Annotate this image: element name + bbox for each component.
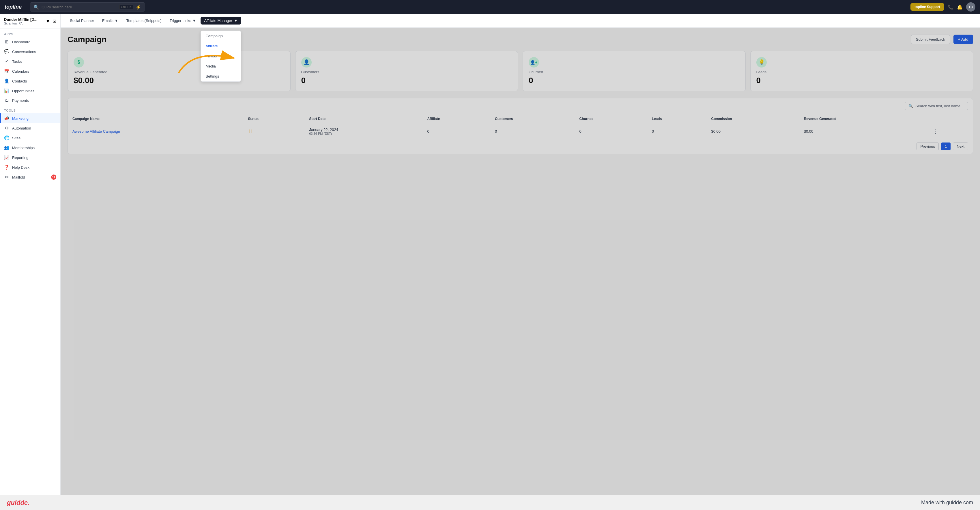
workspace-selector[interactable]: Dunder Mifflin [D... Scranton, PA ▼ ⊡ xyxy=(0,14,60,29)
affiliate-manager-dropdown-wrapper: Affiliate Manager ▼ Campaign Affiliate P… xyxy=(200,17,241,24)
dashboard-icon: ⊞ xyxy=(4,39,9,44)
sidebar-item-label: Conversations xyxy=(12,49,36,54)
sidebar-item-label: Reporting xyxy=(12,156,28,160)
guidde-tagline: Made with guidde.com xyxy=(921,500,973,506)
sidebar-item-helpdesk[interactable]: ❓ Help Desk xyxy=(0,162,60,172)
page-overlay xyxy=(60,28,980,495)
dropdown-item-affiliate[interactable]: Affiliate xyxy=(201,41,241,51)
affiliate-manager-dropdown-menu: Campaign Affiliate Payout Media Settings xyxy=(200,30,241,82)
sub-navigation: Social Planner Emails ▼ Templates (Snipp… xyxy=(60,14,980,28)
mailfold-badge: 11 xyxy=(51,175,56,180)
sidebar-item-label: Mailfold xyxy=(12,175,25,180)
guidde-footer: guidde. Made with guidde.com xyxy=(0,495,980,510)
sidebar-item-calendars[interactable]: 📅 Calendars xyxy=(0,66,60,76)
sidebar-item-dashboard[interactable]: ⊞ Dashboard xyxy=(0,37,60,47)
avatar[interactable]: TU xyxy=(966,2,975,11)
sidebar-item-sites[interactable]: 🌐 Sites xyxy=(0,133,60,143)
page-content: Campaign Submit Feedback + Add $ Revenue… xyxy=(60,28,980,495)
sidebar-item-label: Payments xyxy=(12,99,29,103)
sidebar-item-label: Opportunities xyxy=(12,89,34,93)
support-button[interactable]: topline Support xyxy=(910,3,944,11)
opportunities-icon: 📊 xyxy=(4,88,9,94)
affiliate-manager-chevron-icon: ▼ xyxy=(234,19,238,23)
bell-icon[interactable]: 🔔 xyxy=(957,4,963,10)
topnav-right: topline Support 📞 🔔 TU xyxy=(910,2,975,11)
affiliate-manager-label: Affiliate Manager xyxy=(204,19,232,23)
tools-section-label: Tools xyxy=(0,105,60,113)
subnav-templates[interactable]: Templates (Snippets) xyxy=(123,17,165,24)
sidebar-item-reporting[interactable]: 📈 Reporting xyxy=(0,153,60,162)
reporting-icon: 📈 xyxy=(4,155,9,160)
dropdown-item-settings[interactable]: Settings xyxy=(201,71,241,81)
sidebar-item-automation[interactable]: ⚙ Automation xyxy=(0,123,60,133)
calendars-icon: 📅 xyxy=(4,69,9,74)
sidebar-item-opportunities[interactable]: 📊 Opportunities xyxy=(0,86,60,96)
sidebar-item-conversations[interactable]: 💬 Conversations xyxy=(0,47,60,57)
marketing-icon: 📣 xyxy=(4,116,9,121)
sidebar-item-marketing[interactable]: 📣 Marketing xyxy=(0,113,60,123)
sidebar-item-tasks[interactable]: ✓ Tasks xyxy=(0,57,60,66)
automation-icon: ⚙ xyxy=(4,126,9,131)
contacts-icon: 👤 xyxy=(4,78,9,84)
search-input[interactable] xyxy=(41,5,117,9)
sidebar-item-label: Memberships xyxy=(12,146,35,150)
search-shortcut: Ctrl + K xyxy=(119,5,133,9)
subnav-trigger-links[interactable]: Trigger Links ▼ xyxy=(166,17,200,24)
sidebar-item-label: Help Desk xyxy=(12,165,29,170)
sidebar-item-mailfold[interactable]: ✉ Mailfold 11 xyxy=(0,172,60,182)
apps-section-label: Apps xyxy=(0,29,60,37)
dropdown-item-campaign[interactable]: Campaign xyxy=(201,31,241,41)
lightning-icon: ⚡ xyxy=(136,4,142,10)
workspace-location: Scranton, PA xyxy=(4,22,43,25)
tasks-icon: ✓ xyxy=(4,59,9,64)
subnav-emails[interactable]: Emails ▼ xyxy=(99,17,122,24)
trigger-links-chevron-icon: ▼ xyxy=(192,19,196,23)
dropdown-item-payout[interactable]: Payout xyxy=(201,51,241,61)
mailfold-icon: ✉ xyxy=(4,175,9,180)
sidebar-item-label: Marketing xyxy=(12,116,29,121)
sidebar: Dunder Mifflin [D... Scranton, PA ▼ ⊡ Ap… xyxy=(0,14,60,495)
sidebar-item-label: Dashboard xyxy=(12,40,30,44)
phone-icon[interactable]: 📞 xyxy=(948,4,953,10)
emails-chevron-icon: ▼ xyxy=(115,19,118,23)
sidebar-toggle-icon[interactable]: ⊡ xyxy=(52,19,56,24)
subnav-social-planner[interactable]: Social Planner xyxy=(66,17,97,24)
sidebar-item-label: Automation xyxy=(12,126,31,130)
guidde-logo: guidde. xyxy=(7,499,29,507)
memberships-icon: 👥 xyxy=(4,145,9,150)
sidebar-item-label: Sites xyxy=(12,136,21,140)
sidebar-item-payments[interactable]: 🗂 Payments xyxy=(0,96,60,105)
main-layout: Dunder Mifflin [D... Scranton, PA ▼ ⊡ Ap… xyxy=(0,14,980,495)
sidebar-item-memberships[interactable]: 👥 Memberships xyxy=(0,143,60,153)
sites-icon: 🌐 xyxy=(4,135,9,140)
search-bar[interactable]: 🔍 Ctrl + K ⚡ xyxy=(30,2,145,11)
top-navigation: topline 🔍 Ctrl + K ⚡ topline Support 📞 🔔… xyxy=(0,0,980,14)
sidebar-item-label: Calendars xyxy=(12,69,29,73)
workspace-name: Dunder Mifflin [D... xyxy=(4,17,43,22)
helpdesk-icon: ❓ xyxy=(4,165,9,170)
sidebar-item-label: Contacts xyxy=(12,79,27,83)
workspace-chevron-icon: ▼ xyxy=(46,19,50,24)
content-area: Social Planner Emails ▼ Templates (Snipp… xyxy=(60,14,980,495)
sidebar-item-contacts[interactable]: 👤 Contacts xyxy=(0,76,60,86)
sidebar-item-label: Tasks xyxy=(12,59,22,64)
app-logo[interactable]: topline xyxy=(5,4,22,10)
dropdown-item-media[interactable]: Media xyxy=(201,61,241,71)
search-icon: 🔍 xyxy=(33,4,39,10)
workspace-info: Dunder Mifflin [D... Scranton, PA xyxy=(4,17,43,25)
affiliate-manager-button[interactable]: Affiliate Manager ▼ xyxy=(200,17,241,24)
payments-icon: 🗂 xyxy=(4,98,9,103)
conversations-icon: 💬 xyxy=(4,49,9,54)
